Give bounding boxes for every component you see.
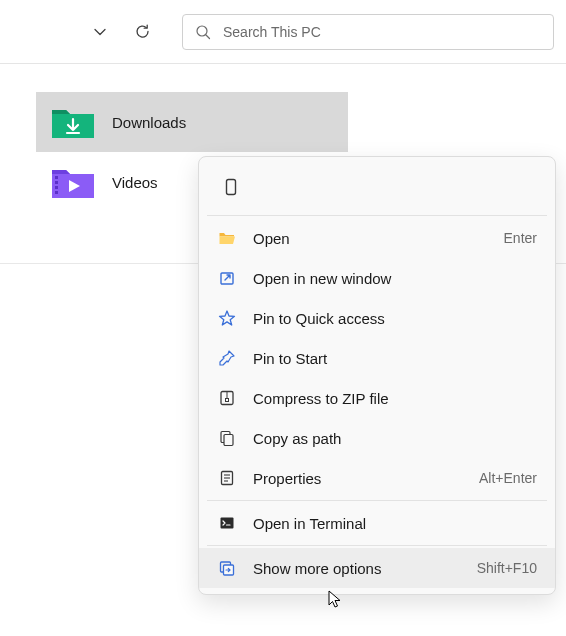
menu-item-accelerator: Shift+F10 [477,560,537,576]
menu-item-label: Show more options [253,560,461,577]
menu-item-label: Compress to ZIP file [253,390,537,407]
open-external-icon [217,268,237,288]
folder-open-icon [217,228,237,248]
menu-item-label: Open in Terminal [253,515,537,532]
zip-icon [217,388,237,408]
show-more-icon [217,558,237,578]
menu-item-label: Pin to Start [253,350,537,367]
properties-icon [217,468,237,488]
menu-item-pin-start[interactable]: Pin to Start [199,338,555,378]
context-menu-separator [207,215,547,216]
nav-buttons [80,12,162,52]
menu-item-compress-zip[interactable]: Compress to ZIP file [199,378,555,418]
svg-line-1 [206,35,210,39]
videos-folder-icon [50,164,96,200]
menu-item-accelerator: Alt+Enter [479,470,537,486]
star-icon [217,308,237,328]
search-icon [195,24,211,40]
svg-rect-3 [55,176,58,179]
svg-rect-13 [226,399,229,402]
terminal-icon [217,513,237,533]
svg-rect-20 [221,518,234,529]
svg-rect-15 [224,435,233,446]
search-input[interactable] [223,24,541,40]
menu-item-pin-quick-access[interactable]: Pin to Quick access [199,298,555,338]
copy-path-icon [217,428,237,448]
copy-icon [222,177,240,197]
pin-icon [217,348,237,368]
menu-item-open-terminal[interactable]: Open in Terminal [199,503,555,543]
downloads-folder-icon [50,104,96,140]
refresh-button[interactable] [122,12,162,52]
folder-label: Videos [112,174,158,191]
menu-item-copy-path[interactable]: Copy as path [199,418,555,458]
refresh-icon [134,23,151,40]
recent-locations-dropdown[interactable] [80,12,120,52]
context-menu: Open Enter Open in new window Pin to Qui… [198,156,556,595]
folder-label: Downloads [112,114,186,131]
search-box[interactable] [182,14,554,50]
svg-rect-6 [55,191,58,194]
svg-point-0 [197,26,207,36]
menu-item-label: Open in new window [253,270,537,287]
folder-item-downloads[interactable]: Downloads [36,92,348,152]
svg-rect-5 [55,186,58,189]
context-menu-separator [207,545,547,546]
menu-item-label: Properties [253,470,463,487]
svg-rect-4 [55,181,58,184]
menu-item-properties[interactable]: Properties Alt+Enter [199,458,555,498]
context-menu-separator [207,500,547,501]
menu-item-accelerator: Enter [504,230,537,246]
menu-item-open-new-window[interactable]: Open in new window [199,258,555,298]
menu-item-label: Pin to Quick access [253,310,537,327]
menu-item-open[interactable]: Open Enter [199,218,555,258]
menu-item-label: Open [253,230,488,247]
menu-item-label: Copy as path [253,430,537,447]
svg-rect-7 [227,180,236,195]
chevron-down-icon [93,25,107,39]
copy-button[interactable] [213,171,249,203]
context-menu-quickactions [199,163,555,213]
toolbar [0,0,566,64]
menu-item-show-more-options[interactable]: Show more options Shift+F10 [199,548,555,588]
